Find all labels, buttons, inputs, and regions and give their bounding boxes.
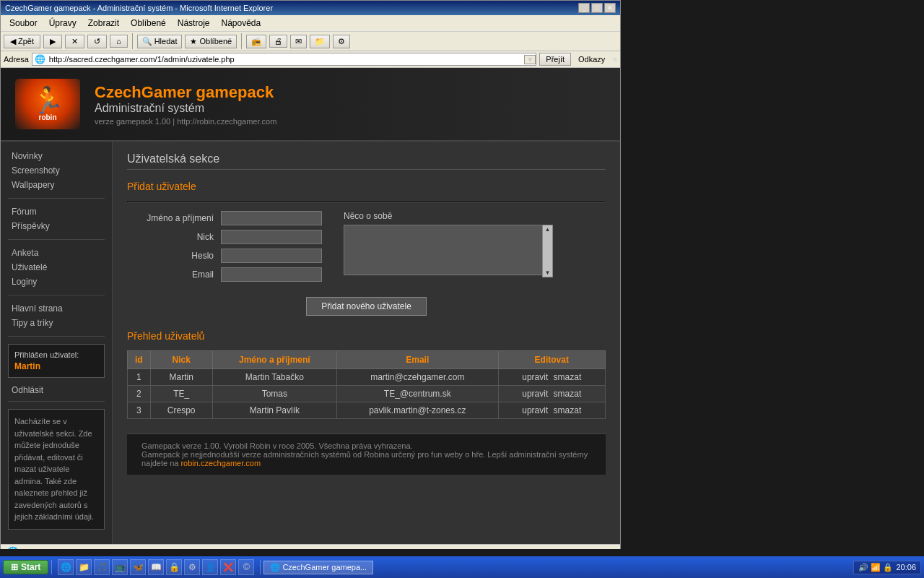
maximize-button[interactable]: □ bbox=[591, 3, 603, 13]
form-left: Jméno a příjmení Nick Heslo bbox=[127, 211, 322, 286]
menu-nastroje[interactable]: Nástroje bbox=[172, 17, 216, 30]
row3-actions: upravit smazat bbox=[498, 402, 605, 419]
toolbar-separator-2 bbox=[241, 33, 242, 49]
row3-delete-link[interactable]: smazat bbox=[554, 405, 582, 415]
section-title: Uživatelská sekce bbox=[127, 152, 606, 170]
sidebar-divider-5 bbox=[8, 401, 105, 402]
sidebar-item-wallpapery[interactable]: Wallpapery bbox=[1, 178, 112, 192]
form-name-input[interactable] bbox=[221, 211, 322, 225]
taskbar-ie-icon[interactable]: 🌐 bbox=[58, 559, 74, 575]
taskbar-active-window[interactable]: 🌐 CzechGamer gamepa... bbox=[263, 561, 373, 574]
menu-zobrazit[interactable]: Zobrazit bbox=[82, 17, 125, 30]
folders-button[interactable]: 📁 bbox=[310, 35, 330, 48]
start-button[interactable]: ⊞ Start bbox=[3, 560, 48, 574]
taskbar-msn-icon[interactable]: 🦋 bbox=[130, 559, 146, 575]
sidebar: Novinky Screenshoty Wallpapery Fórum Pří… bbox=[1, 142, 113, 544]
form-about-textarea[interactable] bbox=[344, 225, 553, 275]
menu-napoveda[interactable]: Nápověda bbox=[215, 17, 266, 30]
close-button[interactable]: ✕ bbox=[604, 3, 616, 13]
menu-oblibene[interactable]: Oblíbené bbox=[125, 17, 172, 30]
row1-edit-link[interactable]: upravit bbox=[522, 372, 548, 382]
form-row-nick: Nick bbox=[127, 230, 322, 244]
taskbar-lock-icon[interactable]: 🔒 bbox=[166, 559, 182, 575]
footer-link[interactable]: robin.czechgamer.com bbox=[180, 459, 261, 467]
page-content: 🏃 robin CzechGamer gamepack Administračn… bbox=[1, 68, 620, 544]
status-icon: 🌐 bbox=[6, 546, 19, 550]
textarea-scrollbar[interactable]: ▲ ▼ bbox=[542, 225, 553, 277]
minimize-button[interactable]: _ bbox=[578, 3, 590, 13]
sidebar-item-novinky[interactable]: Novinky bbox=[1, 149, 112, 163]
mail-button[interactable]: ✉ bbox=[290, 35, 307, 48]
tray-icons: 🔊 📶 🔒 bbox=[858, 563, 893, 572]
taskbar-separator-2 bbox=[260, 560, 261, 574]
row2-nick: TE_ bbox=[150, 386, 212, 402]
stop-button[interactable]: ✕ bbox=[65, 35, 84, 48]
go-button[interactable]: Přejít bbox=[539, 53, 571, 66]
sidebar-item-prispevky[interactable]: Příspěvky bbox=[1, 219, 112, 233]
back-button[interactable]: ◀ Zpět bbox=[4, 35, 40, 48]
media-button[interactable]: 📻 bbox=[246, 35, 266, 48]
taskbar-system-tray: 🔊 📶 🔒 20:06 bbox=[853, 561, 921, 574]
row1-nick: Martin bbox=[150, 369, 212, 386]
col-email: Email bbox=[337, 351, 499, 369]
menu-soubor[interactable]: Soubor bbox=[4, 17, 43, 30]
links-arrow[interactable]: » bbox=[612, 54, 617, 64]
favorites-button[interactable]: ★ Oblíbené bbox=[185, 35, 237, 48]
row1-delete-link[interactable]: smazat bbox=[554, 372, 582, 382]
sidebar-item-uzivatele[interactable]: Uživatelé bbox=[1, 260, 112, 275]
status-bar: 🌐 Internet bbox=[1, 544, 620, 550]
row3-edit-link[interactable]: upravit bbox=[522, 405, 548, 415]
taskbar-media-icon[interactable]: 🎵 bbox=[94, 559, 110, 575]
sidebar-login-box: Přihlášen uživatel: Martin bbox=[8, 344, 105, 378]
start-label: Start bbox=[21, 562, 40, 572]
print-button[interactable]: 🖨 bbox=[269, 35, 287, 48]
form-row-email: Email bbox=[127, 267, 322, 282]
sidebar-item-screenshoty[interactable]: Screenshoty bbox=[1, 163, 112, 178]
forward-button[interactable]: ▶ bbox=[43, 35, 62, 48]
add-user-button[interactable]: Přidat nového uživatele bbox=[306, 297, 427, 316]
row2-delete-link[interactable]: smazat bbox=[554, 389, 582, 399]
taskbar-quick-launch: 🌐 📁 🎵 📺 🦋 📖 🔒 ⚙ 👤 ❌ © bbox=[55, 559, 257, 575]
row2-actions: upravit smazat bbox=[498, 386, 605, 402]
row2-email: TE_@centrum.sk bbox=[337, 386, 499, 402]
form-row-name: Jméno a příjmení bbox=[127, 211, 322, 225]
address-label: Adresa bbox=[4, 55, 29, 64]
scrollbar-down-arrow[interactable]: ▼ bbox=[544, 269, 552, 277]
refresh-button[interactable]: ↺ bbox=[87, 35, 107, 48]
scrollbar-up-arrow[interactable]: ▲ bbox=[544, 225, 552, 233]
sidebar-logout-link[interactable]: Odhlásit bbox=[12, 385, 101, 395]
taskbar-book-icon[interactable]: 📖 bbox=[148, 559, 164, 575]
sidebar-item-hlavni-strana[interactable]: Hlavní strana bbox=[1, 301, 112, 316]
row1-id: 1 bbox=[128, 369, 151, 386]
form-email-input[interactable] bbox=[221, 267, 322, 282]
sidebar-item-tipy-triky[interactable]: Tipy a triky bbox=[1, 316, 112, 330]
form-password-input[interactable] bbox=[221, 249, 322, 263]
sidebar-item-forum[interactable]: Fórum bbox=[1, 204, 112, 219]
taskbar-explorer-icon[interactable]: 📁 bbox=[76, 559, 92, 575]
taskbar-x-icon[interactable]: ❌ bbox=[220, 559, 236, 575]
sidebar-divider-3 bbox=[8, 295, 105, 296]
address-input[interactable] bbox=[48, 54, 525, 64]
sidebar-item-anketa[interactable]: Anketa bbox=[1, 246, 112, 260]
search-button[interactable]: 🔍 Hledat bbox=[137, 35, 183, 48]
menu-bar: Soubor Úpravy Zobrazit Oblíbené Nástroje… bbox=[1, 15, 620, 32]
col-id: id bbox=[128, 351, 151, 369]
taskbar-gear-icon[interactable]: ⚙ bbox=[184, 559, 200, 575]
form-row-password: Heslo bbox=[127, 249, 322, 263]
menu-upravy[interactable]: Úpravy bbox=[43, 17, 82, 30]
links-label[interactable]: Odkazy bbox=[574, 53, 609, 65]
taskbar-person-icon[interactable]: 👤 bbox=[202, 559, 218, 575]
address-dropdown-arrow[interactable]: ▼ bbox=[524, 55, 536, 64]
sidebar-info-box: Nacházíte se v uživatelské sekci. Zde mů… bbox=[8, 409, 105, 530]
tools-button[interactable]: ⚙ bbox=[333, 35, 350, 48]
form-nick-input[interactable] bbox=[221, 230, 322, 244]
taskbar-c-icon[interactable]: © bbox=[238, 559, 254, 575]
site-header: 🏃 robin CzechGamer gamepack Administračn… bbox=[1, 68, 620, 142]
home-button[interactable]: ⌂ bbox=[110, 35, 128, 48]
sidebar-item-loginy[interactable]: Loginy bbox=[1, 275, 112, 289]
users-section-title: Přehled uživatelů bbox=[127, 330, 606, 342]
row2-edit-link[interactable]: upravit bbox=[522, 389, 548, 399]
taskbar-tv-icon[interactable]: 📺 bbox=[112, 559, 128, 575]
users-table-head: id Nick Jméno a příjmení Email Editovat bbox=[128, 351, 606, 369]
sidebar-nav-section: Novinky Screenshoty Wallpapery bbox=[1, 149, 112, 192]
